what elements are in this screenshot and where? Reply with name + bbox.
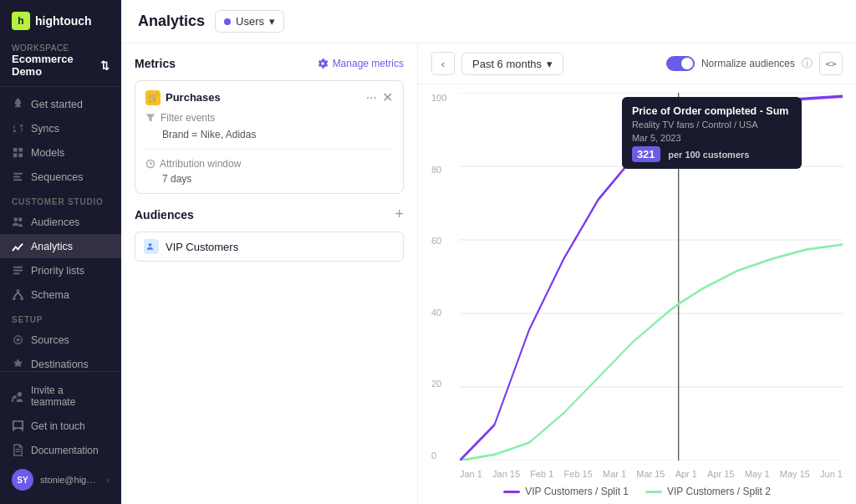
audience-selector-label: Users (236, 15, 264, 28)
logo-icon: h (12, 12, 30, 30)
sync-icon (12, 122, 24, 135)
date-range-label: Past 6 months (472, 58, 542, 70)
x-axis-labels: Jan 1 Jan 15 Feb 1 Feb 15 Mar 1 Mar 15 A… (460, 469, 843, 479)
sidebar-item-models[interactable]: Models (0, 140, 121, 165)
user-profile-row[interactable]: SY stonie@hightouch.io › (0, 462, 121, 497)
sidebar-item-sources[interactable]: Sources (0, 328, 121, 352)
code-button[interactable]: <> (819, 52, 843, 75)
sidebar-item-get-started[interactable]: Get started (0, 92, 121, 116)
sidebar-item-get-in-touch[interactable]: Get in touch (0, 414, 121, 438)
filter-events-row: Filter events (145, 112, 393, 124)
setup-section-label: SETUP (0, 307, 121, 328)
audience-item-icon (144, 239, 159, 254)
sidebar-item-schema[interactable]: Schema (0, 283, 121, 307)
svg-point-18 (17, 339, 20, 342)
filter-value: Brand = Nike, Adidas (162, 129, 393, 140)
analytics-icon (12, 240, 24, 252)
svg-point-14 (20, 297, 23, 300)
attribution-section: Attribution window 7 days (145, 158, 393, 185)
chart-wrapper: 100 80 60 40 20 0 (418, 84, 856, 504)
chart-toolbar-left: ‹ Past 6 months ▾ (431, 52, 563, 75)
metric-divider (145, 149, 393, 150)
legend-line-split2 (645, 491, 662, 493)
y-axis-labels: 100 80 60 40 20 0 (431, 93, 456, 461)
audience-item-name: VIP Customers (166, 241, 238, 253)
metrics-title: Metrics (135, 57, 176, 70)
settings-small-icon (317, 58, 329, 69)
date-range-button[interactable]: Past 6 months ▾ (461, 53, 563, 75)
audience-item-vip[interactable]: VIP Customers (135, 232, 404, 262)
user-email: stonie@hightouch.io (40, 475, 100, 485)
chart-area: ‹ Past 6 months ▾ Normalize audiences ⓘ … (418, 43, 856, 504)
metric-title-row: 🛒 Purchases (145, 90, 221, 105)
svg-point-7 (13, 217, 18, 221)
schema-icon (12, 288, 24, 301)
audience-selector[interactable]: Users ▾ (215, 10, 284, 33)
sidebar-item-invite[interactable]: Invite a teammate (0, 379, 121, 414)
metric-icon: 🛒 (145, 90, 160, 105)
sidebar-item-destinations[interactable]: Destinations (0, 352, 121, 371)
filter-icon (145, 113, 155, 123)
destination-icon (12, 358, 24, 370)
docs-icon (12, 444, 24, 456)
metric-card-purchases: 🛒 Purchases ··· ✕ Filter events Brand = … (135, 80, 404, 194)
svg-rect-5 (13, 176, 20, 178)
attribution-label-text: Attribution window (160, 158, 241, 170)
svg-rect-1 (18, 148, 23, 152)
user-avatar: SY (12, 469, 33, 491)
sidebar-footer: Invite a teammate Get in touch Documenta… (0, 371, 121, 504)
legend-item-split2: VIP Customers / Split 2 (645, 486, 771, 497)
workspace-name[interactable]: Ecommerce Demo ⇅ (12, 53, 110, 78)
metric-card-header: 🛒 Purchases ··· ✕ (145, 89, 393, 105)
audiences-section-header: Audiences + (135, 206, 404, 223)
normalize-info-icon[interactable]: ⓘ (802, 56, 813, 71)
sidebar-item-audiences[interactable]: Audiences (0, 210, 121, 234)
sidebar-item-sequences[interactable]: Sequences (0, 165, 121, 189)
audience-dot-icon (224, 18, 231, 25)
content-area: Metrics Manage metrics 🛒 Purchases ··· ✕ (121, 43, 856, 504)
svg-point-13 (13, 297, 16, 300)
attribution-label-row: Attribution window (145, 158, 393, 170)
main-header: Analytics Users ▾ (121, 0, 856, 43)
logo-text: hightouch (35, 14, 92, 28)
chart-nav-prev-button[interactable]: ‹ (431, 52, 455, 75)
audiences-icon (12, 216, 24, 228)
metric-title: Purchases (166, 91, 221, 104)
normalize-toggle[interactable] (666, 56, 695, 71)
priority-icon (12, 264, 24, 277)
model-icon (12, 146, 24, 159)
main-content: Analytics Users ▾ Metrics Manage metrics (121, 0, 856, 504)
chevron-down-icon: ▾ (269, 15, 275, 28)
sidebar-item-analytics[interactable]: Analytics (0, 234, 121, 258)
chart-toolbar-right: Normalize audiences ⓘ <> (666, 52, 843, 75)
sidebar-item-priority-lists[interactable]: Priority lists (0, 258, 121, 283)
sidebar-item-documentation[interactable]: Documentation (0, 438, 121, 462)
filter-label: Filter events (160, 112, 215, 124)
legend-line-split1 (503, 491, 520, 493)
metric-more-button[interactable]: ··· (366, 90, 377, 105)
customer-studio-section-label: CUSTOMER STUDIO (0, 189, 121, 210)
svg-line-15 (14, 293, 18, 298)
svg-line-16 (18, 293, 23, 298)
svg-rect-6 (13, 179, 22, 181)
manage-metrics-button[interactable]: Manage metrics (317, 58, 404, 69)
chart-svg (460, 93, 843, 461)
user-chevron-icon: › (107, 476, 110, 485)
metrics-section-header: Metrics Manage metrics (135, 57, 404, 70)
left-panel: Metrics Manage metrics 🛒 Purchases ··· ✕ (121, 43, 418, 504)
svg-rect-11 (13, 272, 20, 274)
metric-close-button[interactable]: ✕ (382, 89, 393, 105)
svg-point-8 (18, 217, 23, 221)
legend-label-split2: VIP Customers / Split 2 (667, 486, 771, 497)
workspace-label: Workspace (12, 43, 110, 53)
normalize-label: Normalize audiences (701, 58, 795, 69)
svg-rect-0 (13, 148, 18, 152)
people-icon (146, 242, 156, 252)
attribution-value: 7 days (162, 173, 393, 185)
svg-rect-2 (13, 153, 18, 157)
sequence-icon (12, 171, 24, 183)
rocket-icon (12, 98, 24, 110)
sidebar-item-syncs[interactable]: Syncs (0, 116, 121, 140)
add-audience-button[interactable]: + (395, 206, 404, 223)
split2-line (460, 245, 843, 461)
